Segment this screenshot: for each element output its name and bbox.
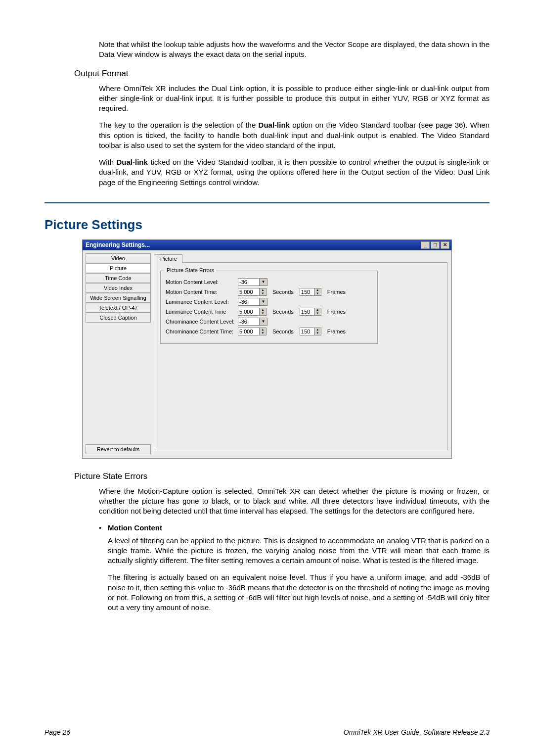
spin-up-icon[interactable]: ▲ — [260, 308, 266, 312]
sidebar-item-wss[interactable]: Wide Screen Signalling — [86, 293, 151, 303]
sidebar-item-videoindex[interactable]: Video Index — [86, 283, 151, 293]
spin-down-icon[interactable]: ▼ — [314, 292, 321, 295]
input-lum-frames[interactable] — [300, 308, 314, 316]
heading-output-format: Output Format — [74, 69, 490, 79]
spin-down-icon[interactable]: ▼ — [260, 292, 266, 295]
unit-seconds: Seconds — [272, 329, 294, 334]
sidebar-item-picture[interactable]: Picture — [86, 263, 151, 273]
spin-up-icon[interactable]: ▲ — [314, 328, 321, 331]
row-motion-time: Motion Content Time: ▲▼ Seconds ▲▼ Frame… — [166, 288, 372, 296]
label-lum-time: Luminance Content Time — [166, 309, 235, 315]
bullet-label: Motion Content — [108, 523, 162, 532]
sidebar-item-video[interactable]: Video — [86, 253, 151, 263]
label-motion-level: Motion Content Level: — [166, 279, 235, 285]
chevron-down-icon[interactable]: ▼ — [260, 278, 267, 286]
input-lum-sec[interactable] — [238, 308, 260, 316]
row-chrom-time: Chrominance Content Time: ▲▼ Seconds ▲▼ … — [166, 328, 372, 335]
bullet-icon: • — [99, 523, 108, 532]
group-title: Picture State Errors — [165, 267, 216, 273]
of-p3-bold: Dual-link — [117, 158, 148, 166]
pse-p1: Where the Motion-Capture option is selec… — [99, 486, 490, 517]
of-p3b: ticked on the Video Standard toolbar, it… — [99, 158, 490, 187]
row-lum-time: Luminance Content Time ▲▼ Seconds ▲▼ Fra… — [166, 308, 372, 316]
section-rule — [44, 202, 490, 203]
intro-para: Note that whilst the lookup table adjust… — [99, 40, 490, 60]
input-chrom-level[interactable] — [238, 318, 260, 326]
combo-lum-level[interactable]: ▼ — [238, 298, 267, 306]
bullet-motion-content: •Motion Content — [99, 523, 490, 532]
footer-page: Page 26 — [44, 728, 70, 736]
unit-seconds: Seconds — [272, 289, 294, 295]
spin-down-icon[interactable]: ▼ — [260, 331, 266, 335]
minimize-button[interactable]: _ — [421, 241, 430, 249]
label-chrom-level: Chrominance Content Level: — [166, 319, 235, 325]
spin-motion-sec[interactable]: ▲▼ — [238, 288, 267, 296]
heading-picture-state-errors: Picture State Errors — [74, 472, 490, 481]
chevron-down-icon[interactable]: ▼ — [260, 318, 267, 326]
pse-p2: A level of filtering can be applied to t… — [108, 536, 490, 566]
combo-chrom-level[interactable]: ▼ — [238, 318, 267, 326]
spin-lum-frames[interactable]: ▲▼ — [300, 308, 321, 316]
pse-p3: The filtering is actually based on an eq… — [108, 572, 490, 613]
revert-button[interactable]: Revert to defaults — [86, 444, 151, 454]
spin-lum-sec[interactable]: ▲▼ — [238, 308, 267, 316]
of-p2-bold: Dual-link — [259, 121, 290, 129]
spin-down-icon[interactable]: ▼ — [314, 312, 321, 315]
input-motion-level[interactable] — [238, 278, 260, 286]
input-chrom-frames[interactable] — [300, 328, 314, 335]
combo-motion-level[interactable]: ▼ — [238, 278, 267, 286]
sidebar-item-teletext[interactable]: Teletext / OP-47 — [86, 303, 151, 313]
engineering-settings-window: Engineering Settings... _ □ ✕ Video Pict… — [82, 239, 452, 459]
of-p2: The key to the operation is the selectio… — [99, 120, 490, 150]
spin-chrom-frames[interactable]: ▲▼ — [300, 328, 321, 335]
label-motion-time: Motion Content Time: — [166, 289, 235, 295]
footer-guide: OmniTek XR User Guide, Software Release … — [344, 728, 490, 736]
content-area: Picture Picture State Errors Motion Cont… — [155, 253, 447, 454]
input-lum-level[interactable] — [238, 298, 260, 306]
chevron-down-icon[interactable]: ▼ — [260, 298, 267, 306]
label-chrom-time: Chrominance Content Time: — [166, 329, 235, 334]
tab-picture[interactable]: Picture — [155, 254, 182, 263]
window-buttons: _ □ ✕ — [420, 241, 449, 249]
label-lum-level: Luminance Content Level: — [166, 299, 235, 305]
spin-chrom-sec[interactable]: ▲▼ — [238, 328, 267, 335]
panel: Picture State Errors Motion Content Leve… — [155, 262, 447, 450]
unit-frames: Frames — [327, 329, 346, 334]
spin-down-icon[interactable]: ▼ — [314, 331, 321, 335]
sidebar: Video Picture Time Code Video Index Wide… — [86, 253, 151, 454]
input-motion-frames[interactable] — [300, 288, 314, 296]
unit-seconds: Seconds — [272, 309, 294, 315]
sidebar-item-timecode[interactable]: Time Code — [86, 273, 151, 283]
spin-up-icon[interactable]: ▲ — [260, 328, 266, 331]
window-title: Engineering Settings... — [86, 241, 150, 248]
group-picture-state-errors: Picture State Errors Motion Content Leve… — [160, 271, 378, 344]
row-lum-level: Luminance Content Level: ▼ — [166, 298, 372, 306]
of-p3a: With — [99, 158, 117, 166]
sidebar-item-cc[interactable]: Closed Caption — [86, 313, 151, 323]
heading-picture-settings: Picture Settings — [44, 217, 490, 235]
spin-motion-frames[interactable]: ▲▼ — [300, 288, 321, 296]
of-p2a: The key to the operation is the selectio… — [99, 121, 259, 129]
titlebar[interactable]: Engineering Settings... _ □ ✕ — [83, 240, 451, 250]
spin-up-icon[interactable]: ▲ — [314, 308, 321, 312]
close-button[interactable]: ✕ — [441, 241, 449, 249]
row-motion-level: Motion Content Level: ▼ — [166, 278, 372, 286]
spin-down-icon[interactable]: ▼ — [260, 312, 266, 315]
row-chrom-level: Chrominance Content Level: ▼ — [166, 318, 372, 326]
maximize-button[interactable]: □ — [431, 241, 440, 249]
unit-frames: Frames — [327, 309, 346, 315]
unit-frames: Frames — [327, 289, 346, 295]
input-chrom-sec[interactable] — [238, 328, 260, 335]
spin-up-icon[interactable]: ▲ — [260, 288, 266, 292]
spin-up-icon[interactable]: ▲ — [314, 288, 321, 292]
of-p3: With Dual-link ticked on the Video Stand… — [99, 157, 490, 188]
footer: Page 26 OmniTek XR User Guide, Software … — [44, 728, 490, 736]
of-p1: Where OmniTek XR includes the Dual Link … — [99, 84, 490, 114]
input-motion-sec[interactable] — [238, 288, 260, 296]
